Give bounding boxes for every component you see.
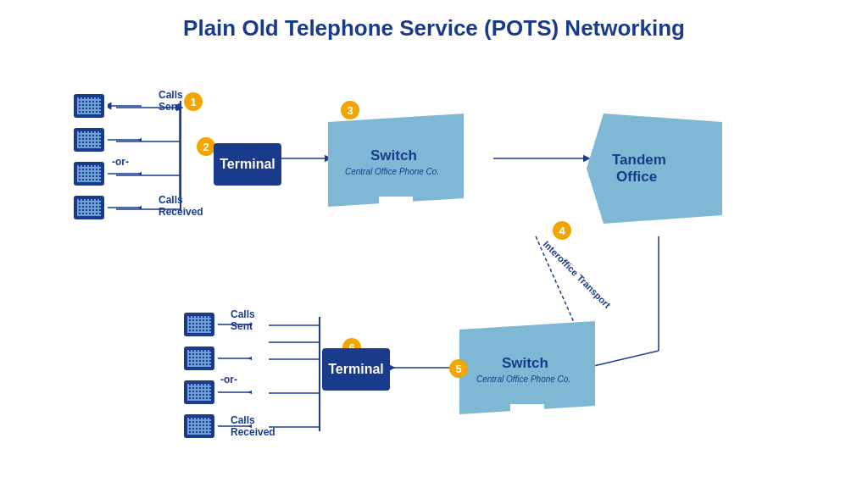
- switch-top: Switch Central Office Phone Co.: [328, 114, 498, 219]
- phone-line-top: [180, 101, 181, 211]
- phone-row-1: [74, 94, 142, 118]
- calls-sent-label-bottom: CallsSent: [231, 308, 255, 332]
- svg-rect-22: [379, 197, 413, 207]
- badge-4: 4: [553, 221, 571, 240]
- phone-row-7: [184, 380, 252, 404]
- phone-icon-3: [74, 162, 104, 186]
- svg-text:Office: Office: [616, 169, 657, 185]
- diagram-body: 1 CallsSent -or- CallsReceived 2: [27, 50, 841, 457]
- phone-icon-8: [184, 414, 214, 438]
- terminal-top: Terminal: [214, 143, 281, 186]
- phone-row-4: [74, 196, 142, 219]
- badge-2: 2: [197, 137, 215, 156]
- connections-svg: [27, 50, 841, 457]
- switch-bottom: Switch Central Office Phone Co.: [459, 321, 629, 426]
- phone-icon-5: [184, 313, 214, 336]
- phone-row-3: [74, 162, 142, 186]
- svg-rect-29: [510, 404, 544, 414]
- terminal-bottom: Terminal: [322, 348, 390, 391]
- phone-icon-4: [74, 196, 104, 219]
- svg-text:Tandem: Tandem: [612, 152, 666, 168]
- svg-text:Switch: Switch: [502, 355, 548, 371]
- calls-received-label-bottom: CallsReceived: [231, 414, 275, 438]
- page-title: Plain Old Telephone Service (POTS) Netwo…: [27, 15, 841, 42]
- phone-row-2: [74, 128, 142, 152]
- badge-5: 5: [449, 359, 468, 378]
- phone-icon-1: [74, 94, 104, 118]
- phone-row-6: [184, 347, 252, 370]
- diagram-container: Plain Old Telephone Service (POTS) Netwo…: [10, 7, 858, 481]
- tandem-office: Tandem Office: [587, 114, 722, 227]
- svg-text:Central Office Phone Co.: Central Office Phone Co.: [476, 374, 570, 384]
- svg-text:Switch: Switch: [370, 147, 417, 164]
- phone-icon-6: [184, 347, 214, 370]
- badge-1: 1: [184, 92, 203, 111]
- phone-line-bottom: [319, 317, 320, 431]
- phone-icon-2: [74, 128, 104, 152]
- svg-text:Central Office Phone Co.: Central Office Phone Co.: [345, 167, 439, 176]
- phone-icon-7: [184, 380, 214, 404]
- interoffice-label: Interoffice Transport: [540, 236, 615, 311]
